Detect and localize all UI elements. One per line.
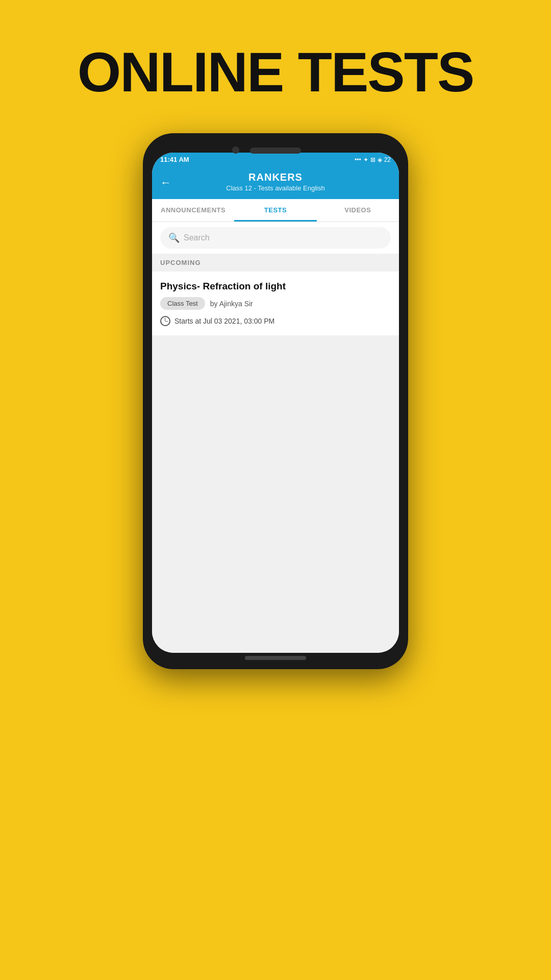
search-icon: 🔍 xyxy=(168,232,180,243)
tab-announcements[interactable]: ANNOUNCEMENTS xyxy=(152,199,234,222)
phone-camera xyxy=(232,146,239,154)
signal-icon: ••• xyxy=(355,156,361,163)
tab-tests[interactable]: TESTS xyxy=(234,199,316,222)
tab-videos[interactable]: VIDEOS xyxy=(317,199,399,222)
starts-text: Starts at Jul 03 2021, 03:00 PM xyxy=(174,317,274,325)
phone-mockup: 11:41 AM ••• ✦ ⊠ ◈ 22 ← RANKERS Class 12… xyxy=(143,133,408,669)
phone-speaker xyxy=(250,148,301,154)
content-area xyxy=(152,335,399,653)
battery-icon: 22 xyxy=(384,156,391,163)
test-time: Starts at Jul 03 2021, 03:00 PM xyxy=(160,316,391,326)
status-bar: 11:41 AM ••• ✦ ⊠ ◈ 22 xyxy=(152,153,399,166)
search-bar[interactable]: 🔍 Search xyxy=(152,222,399,254)
status-time: 11:41 AM xyxy=(160,156,189,163)
network-icon: ⊠ xyxy=(370,156,375,163)
status-icons: ••• ✦ ⊠ ◈ 22 xyxy=(355,156,391,163)
clock-icon xyxy=(160,316,170,326)
back-button[interactable]: ← xyxy=(160,176,171,189)
search-placeholder: Search xyxy=(184,233,210,242)
teacher-name: by Ajinkya Sir xyxy=(210,300,253,308)
phone-body: 11:41 AM ••• ✦ ⊠ ◈ 22 ← RANKERS Class 12… xyxy=(143,133,408,669)
test-meta: Class Test by Ajinkya Sir xyxy=(160,297,391,310)
search-input-container[interactable]: 🔍 Search xyxy=(160,227,391,249)
test-card[interactable]: Physics- Refraction of light Class Test … xyxy=(152,272,399,335)
app-title: RANKERS xyxy=(160,172,391,183)
phone-screen: 11:41 AM ••• ✦ ⊠ ◈ 22 ← RANKERS Class 12… xyxy=(152,153,399,653)
page-title: ONLINE TESTS xyxy=(78,41,474,103)
wifi-icon: ◈ xyxy=(378,156,382,163)
section-label-upcoming: UPCOMING xyxy=(152,254,399,272)
test-title: Physics- Refraction of light xyxy=(160,281,391,292)
app-subtitle: Class 12 - Tests available English xyxy=(160,184,391,192)
app-header: ← RANKERS Class 12 - Tests available Eng… xyxy=(152,166,399,199)
class-test-badge: Class Test xyxy=(160,297,205,310)
tabs-bar: ANNOUNCEMENTS TESTS VIDEOS xyxy=(152,199,399,222)
bluetooth-icon: ✦ xyxy=(363,156,368,163)
home-bar xyxy=(245,656,306,660)
